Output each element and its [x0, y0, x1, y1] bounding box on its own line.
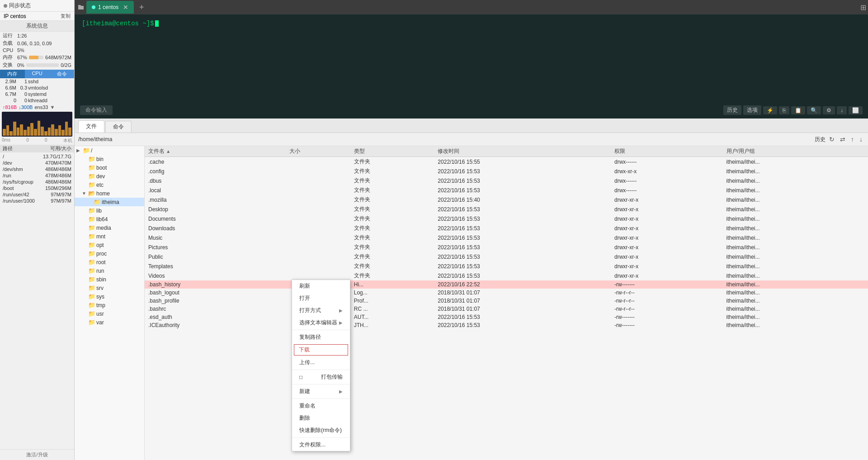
table-row[interactable]: Downloads 文件夹 2022/10/16 15:53 drwxr-xr-… [145, 223, 868, 233]
table-row[interactable]: Documents 文件夹 2022/10/16 15:53 drwxr-xr-… [145, 214, 868, 223]
tab-cmd[interactable]: 命令 [49, 70, 74, 78]
tree-item-var[interactable]: 📁 var [75, 318, 144, 327]
tree-item-srv[interactable]: 📁 srv [75, 284, 144, 292]
tab-mem[interactable]: 内存 [0, 70, 25, 78]
download-button[interactable]: ↓ [837, 106, 847, 114]
tree-item-bin[interactable]: 📁 bin [75, 155, 144, 163]
chart-bar [30, 123, 33, 136]
tab-close-button[interactable]: ✕ [123, 4, 128, 11]
list-item[interactable]: /run478M/486M [2, 172, 72, 179]
dropdown-icon[interactable]: ▼ [50, 104, 55, 110]
table-row[interactable]: Templates 文件夹 2022/10/16 15:53 drwxr-xr-… [145, 261, 868, 271]
table-row[interactable]: .bash_profile Prof... 2018/10/31 01:07 -… [145, 297, 868, 305]
table-row[interactable]: Videos 文件夹 2022/10/16 15:53 drwxr-xr-x i… [145, 271, 868, 280]
sync-button[interactable]: ⇄ [838, 135, 847, 144]
copy-screen-button[interactable]: ⎘ [779, 106, 789, 114]
tree-item-sbin[interactable]: 📁 sbin [75, 275, 144, 284]
terminal-area[interactable]: [itheima@centos ~]$ 命令输入 历史 选项 ⚡ ⎘ 📋 🔍 ⚙… [75, 14, 868, 119]
tree-item-proc[interactable]: 📁 proc [75, 249, 144, 258]
fullscreen-button[interactable]: ⬜ [849, 106, 863, 114]
table-row[interactable]: .cache 文件夹 2022/10/16 15:55 drwx------ i… [145, 157, 868, 167]
table-row[interactable]: .bashrc RC ... 2018/10/31 01:07 -rw-r--r… [145, 305, 868, 313]
table-row[interactable]: .config 文件夹 2022/10/16 15:53 drwx-xr-x i… [145, 166, 868, 176]
table-row[interactable]: .bash_history Hi... 2022/10/16 22:52 -rw… [145, 280, 868, 289]
ctx-select-editor[interactable]: 选择文本编辑器 ▶ [292, 317, 350, 329]
copy-button[interactable]: 复制 [61, 13, 71, 19]
download-fm-button[interactable]: ↓ [858, 135, 864, 144]
col-filename[interactable]: 文件名 ▲ [145, 146, 286, 157]
tree-item-etc[interactable]: 📁 etc [75, 180, 144, 189]
table-row[interactable]: .esd_auth AUT... 2022/10/16 15:53 -rw---… [145, 313, 868, 321]
ctx-refresh[interactable]: 刷新 [292, 280, 350, 292]
tree-item-mnt[interactable]: 📁 mnt [75, 232, 144, 241]
tree-item-usr[interactable]: 📁 usr [75, 309, 144, 318]
list-item[interactable]: /dev/shm486M/486M [2, 166, 72, 172]
activate-link[interactable]: 激活/升级 [0, 449, 74, 460]
table-row[interactable]: .mozilla 文件夹 2022/10/16 15:40 drwxr-xr-x… [145, 195, 868, 204]
history-button[interactable]: 历史 [723, 105, 741, 115]
tree-item-lib[interactable]: 📁 lib [75, 206, 144, 215]
list-item[interactable]: 2.9M1sshd [0, 78, 74, 85]
col-perms[interactable]: 权限 [611, 146, 723, 157]
table-row[interactable]: Music 文件夹 2022/10/16 15:53 drwxr-xr-x it… [145, 233, 868, 242]
lightning-button[interactable]: ⚡ [763, 106, 777, 114]
ctx-new[interactable]: 新建 ▶ [292, 385, 350, 398]
table-row[interactable]: Pictures 文件夹 2022/10/16 15:53 drwxr-xr-x… [145, 242, 868, 252]
col-modified[interactable]: 修改时间 [434, 146, 611, 157]
list-item[interactable]: /boot150M/296M [2, 185, 72, 191]
list-item[interactable]: /dev470M/470M [2, 160, 72, 166]
tab-file[interactable]: 文件 [78, 120, 104, 133]
list-item[interactable]: /run/user/4297M/97M [2, 191, 72, 198]
tree-item-itheima[interactable]: 📁 itheima [75, 198, 144, 206]
tab-cpu[interactable]: CPU [25, 70, 50, 78]
table-row[interactable]: .ICEauthority JTH... 2022/10/16 15:53 -r… [145, 321, 868, 329]
list-item[interactable]: 6.6M0.3vmtoolsd [0, 85, 74, 91]
col-owner[interactable]: 用户/用户组 [723, 146, 868, 157]
tree-item-root[interactable]: ▶ 📁 / [75, 146, 144, 155]
options-button[interactable]: 选项 [743, 105, 761, 115]
ctx-permissions[interactable]: 文件权限... [292, 439, 350, 451]
search-button[interactable]: 🔍 [807, 106, 821, 114]
tab-item-centos[interactable]: 1 centos ✕ [86, 1, 134, 14]
grid-view-icon[interactable]: ⊞ [860, 3, 866, 12]
chart-bar [55, 129, 58, 136]
ctx-rm[interactable]: 快速删除(rm命令) [292, 424, 350, 436]
table-row[interactable]: Desktop 文件夹 2022/10/16 15:53 drwxr-xr-x … [145, 204, 868, 214]
list-item[interactable]: /sys/fs/cgroup486M/486M [2, 179, 72, 185]
tab-add-button[interactable]: + [137, 2, 146, 12]
ctx-copy-path[interactable]: 复制路径 [292, 331, 350, 343]
table-row[interactable]: .dbus 文件夹 2022/10/16 15:53 drwx------ it… [145, 176, 868, 185]
list-item[interactable]: 00kthreadd [0, 97, 74, 104]
ctx-upload[interactable]: 上传... [292, 356, 350, 369]
tree-item-root[interactable]: 📁 root [75, 258, 144, 266]
col-size[interactable]: 大小 [286, 146, 350, 157]
tree-item-tmp[interactable]: 📁 tmp [75, 301, 144, 309]
refresh-button[interactable]: ↻ [827, 135, 836, 144]
ctx-open[interactable]: 打开 [292, 292, 350, 304]
table-row[interactable]: Public 文件夹 2022/10/16 15:53 drwxr-xr-x i… [145, 252, 868, 261]
tree-item-lib64[interactable]: 📁 lib64 [75, 215, 144, 223]
tree-item-run[interactable]: 📁 run [75, 266, 144, 275]
upload-button[interactable]: ↑ [849, 135, 856, 144]
tree-item-sys[interactable]: 📁 sys [75, 292, 144, 301]
tree-item-opt[interactable]: 📁 opt [75, 241, 144, 249]
screen-capture-button[interactable]: 📋 [791, 106, 805, 114]
list-item[interactable]: 6.7M0systemd [0, 91, 74, 97]
ctx-rename[interactable]: 重命名 [292, 400, 350, 412]
tab-cmd[interactable]: 命令 [105, 121, 132, 133]
tree-item-media[interactable]: 📁 media [75, 223, 144, 232]
ctx-download[interactable]: 下载 [294, 344, 348, 356]
tree-item-boot[interactable]: 📁 boot [75, 163, 144, 172]
ctx-open-with[interactable]: 打开方式 ▶ [292, 304, 350, 317]
settings-button[interactable]: ⚙ [823, 106, 835, 114]
table-row[interactable]: .bash_logout Log... 2018/10/31 01:07 -rw… [145, 289, 868, 297]
tree-item-home[interactable]: ▼ 📂 home [75, 189, 144, 198]
ctx-pack-transfer[interactable]: □ 打包传输 [292, 371, 350, 383]
tree-item-dev[interactable]: 📁 dev [75, 172, 144, 180]
list-item[interactable]: /13.7G/17.7G [2, 153, 72, 160]
ctx-delete[interactable]: 删除 [292, 412, 350, 424]
list-item[interactable]: /run/user/100097M/97M [2, 198, 72, 204]
history-btn[interactable]: 历史 [815, 136, 826, 143]
table-row[interactable]: .local 文件夹 2022/10/16 15:53 drwx------ i… [145, 185, 868, 195]
col-type[interactable]: 类型 [350, 146, 434, 157]
